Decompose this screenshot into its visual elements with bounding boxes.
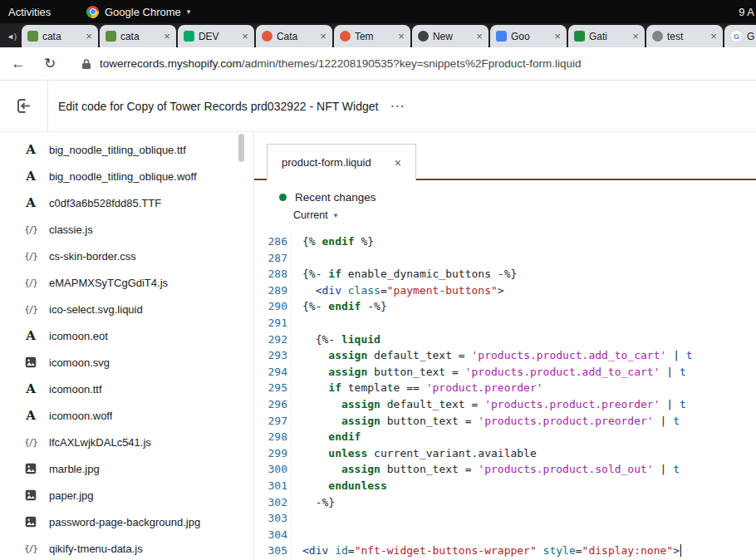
system-top-bar: Activities Google Chrome ▾ 9 A: [0, 0, 756, 23]
image-file-icon: [23, 463, 38, 474]
code-line[interactable]: 305<div id="nft-widget-buttons-wrapper" …: [254, 543, 756, 559]
url-text: towerrecords.myshopify.com/admin/themes/…: [100, 57, 581, 70]
code-line[interactable]: 294 assign button_text = 'products.produ…: [254, 364, 756, 381]
code-line[interactable]: 297 assign button_text = 'products.produ…: [254, 413, 756, 430]
file-item[interactable]: {/}cs-skin-border.css: [0, 243, 253, 269]
code-line[interactable]: 296 assign default_text = 'products.prod…: [254, 396, 756, 413]
system-clock[interactable]: 9 A: [739, 6, 756, 18]
file-item[interactable]: Aicomoon.eot: [0, 322, 253, 349]
address-bar[interactable]: towerrecords.myshopify.com/admin/themes/…: [81, 57, 746, 70]
url-path: /admin/themes/122208190535?key=snippets%…: [242, 57, 582, 70]
browser-tab[interactable]: test×: [646, 25, 723, 47]
close-icon[interactable]: ×: [395, 156, 401, 169]
more-actions-button[interactable]: ⋯: [390, 99, 405, 113]
line-number: 297: [254, 413, 292, 430]
browser-tab[interactable]: Tem×: [334, 25, 410, 47]
line-content: endif: [292, 429, 361, 445]
file-item[interactable]: Abig_noodle_titling_oblique.ttf: [0, 136, 253, 163]
file-item[interactable]: icomoon.svg: [0, 349, 253, 376]
code-line[interactable]: 303: [254, 510, 756, 527]
google-favicon: G: [730, 30, 743, 42]
file-item[interactable]: {/}classie.js: [0, 216, 253, 243]
code-line[interactable]: 287: [254, 250, 756, 267]
code-line[interactable]: 293 assign default_text = 'products.prod…: [254, 347, 756, 364]
file-name: c0df3a6b528fdd85.TTF: [49, 197, 161, 209]
code-line[interactable]: 292 {%- liquid: [254, 332, 756, 348]
editor-tab-product-form[interactable]: product-form.liquid ×: [267, 144, 416, 180]
line-content: [292, 315, 302, 332]
browser-tab[interactable]: Gati×: [568, 25, 645, 47]
screen: Activities Google Chrome ▾ 9 A ◄) cata×c…: [0, 0, 756, 560]
file-item[interactable]: {/}lfcAXLwjkDALc541.js: [0, 429, 253, 455]
reload-button[interactable]: ↻: [37, 51, 63, 77]
file-name: paper.jpg: [49, 489, 94, 502]
app-header: Edit code for Copy of Tower Records prd0…: [0, 81, 756, 132]
browser-tab[interactable]: DEV×: [178, 25, 254, 47]
code-line[interactable]: 290{%- endif -%}: [254, 298, 756, 315]
file-name: big_noodle_titling_oblique.woff: [49, 170, 197, 183]
browser-tab[interactable]: Goo×: [490, 25, 567, 47]
tab-close-icon[interactable]: ×: [164, 30, 170, 42]
browser-tab[interactable]: GG×: [724, 25, 756, 47]
line-number: 292: [254, 332, 292, 348]
code-line[interactable]: 298 endif: [254, 429, 756, 445]
font-file-icon: A: [23, 169, 38, 184]
tab-close-icon[interactable]: ×: [86, 30, 92, 42]
code-line[interactable]: 304: [254, 527, 756, 543]
code-line[interactable]: 289 <div class="payment-buttons">: [254, 282, 756, 299]
code-line[interactable]: 291: [254, 315, 756, 332]
code-file-icon: {/}: [23, 252, 38, 261]
exit-code-editor-button[interactable]: [0, 81, 48, 131]
file-item[interactable]: Abig_noodle_titling_oblique.woff: [0, 163, 253, 189]
file-item[interactable]: {/}eMAPMXSyTCgGdiT4.js: [0, 269, 253, 296]
tab-close-icon[interactable]: ×: [632, 30, 639, 42]
line-content: assign button_text = 'products.product.s…: [292, 461, 680, 478]
browser-tab[interactable]: cata×: [22, 25, 98, 47]
file-item[interactable]: Aicomoon.woff: [0, 402, 253, 429]
font-file-icon: A: [23, 381, 38, 396]
tab-close-icon[interactable]: ×: [242, 30, 248, 42]
browser-tab[interactable]: New×: [412, 25, 488, 47]
line-number: 301: [254, 478, 292, 494]
recent-changes-section: Recent changes Current ▾: [254, 180, 756, 233]
code-editor[interactable]: 286{% endif %}287288{%- if enable_dynami…: [254, 233, 756, 560]
sidebar-scrollbar[interactable]: [238, 134, 244, 162]
file-item[interactable]: {/}ico-select.svg.liquid: [0, 296, 253, 322]
line-number: 295: [254, 380, 292, 396]
tab-close-icon[interactable]: ×: [554, 30, 561, 42]
line-content: assign default_text = 'products.product.…: [292, 347, 693, 364]
line-content: <div id="nft-widget-buttons-wrapper" sty…: [292, 543, 681, 559]
tab-title: test: [667, 31, 706, 42]
code-line[interactable]: 299 unless current_variant.available: [254, 445, 756, 462]
code-line[interactable]: 288{%- if enable_dynamic_buttons -%}: [254, 266, 756, 282]
tab-close-icon[interactable]: ×: [710, 30, 717, 42]
tab-close-icon[interactable]: ×: [476, 30, 483, 42]
line-content: [292, 510, 302, 527]
code-line[interactable]: 300 assign button_text = 'products.produ…: [254, 461, 756, 478]
file-item[interactable]: password-page-background.jpg: [0, 508, 253, 535]
file-item[interactable]: {/}qikify-tmenu-data.js: [0, 535, 253, 560]
file-item[interactable]: marble.jpg: [0, 455, 253, 482]
file-item[interactable]: Aicomoon.ttf: [0, 376, 253, 402]
version-dropdown[interactable]: Current ▾: [293, 209, 337, 221]
line-number: 305: [254, 543, 292, 559]
code-line[interactable]: 302 -%}: [254, 494, 756, 511]
line-number: 300: [254, 461, 292, 478]
browser-tab[interactable]: Cata×: [256, 25, 332, 47]
back-button[interactable]: ←: [5, 51, 32, 77]
code-line[interactable]: 286{% endif %}: [254, 233, 756, 250]
activities-button[interactable]: Activities: [8, 6, 51, 18]
code-file-icon: {/}: [23, 225, 38, 234]
file-item[interactable]: paper.jpg: [0, 482, 253, 508]
code-line[interactable]: 301 endunless: [254, 478, 756, 494]
line-number: 293: [254, 347, 292, 364]
file-name: qikify-tmenu-data.js: [49, 543, 143, 555]
file-item[interactable]: Ac0df3a6b528fdd85.TTF: [0, 189, 253, 216]
tab-close-icon[interactable]: ×: [398, 30, 405, 42]
lock-icon[interactable]: [81, 58, 91, 70]
line-content: assign button_text = 'products.product.p…: [292, 413, 680, 430]
code-line[interactable]: 295 if template == 'product.preorder': [254, 380, 756, 396]
active-app-indicator[interactable]: Google Chrome ▾: [86, 6, 190, 18]
tab-close-icon[interactable]: ×: [320, 30, 326, 42]
browser-tab[interactable]: cata×: [100, 25, 176, 47]
